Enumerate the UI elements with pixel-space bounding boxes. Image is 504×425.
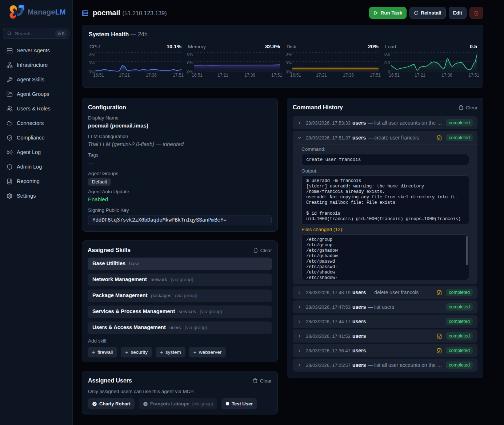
svg-text:40%: 40% [185, 61, 193, 65]
svg-text:17:51: 17:51 [370, 73, 381, 78]
svg-text:17:36: 17:36 [343, 73, 354, 78]
svg-text:20%: 20% [283, 61, 292, 65]
svg-text:17:36: 17:36 [244, 73, 255, 78]
svg-text:16:51: 16:51 [389, 73, 400, 78]
svg-text:80%: 80% [185, 52, 193, 56]
svg-text:17:21: 17:21 [316, 73, 327, 78]
svg-text:16:51: 16:51 [290, 73, 301, 78]
svg-text:0.6: 0.6 [384, 52, 390, 56]
svg-text:40%: 40% [86, 52, 95, 56]
svg-text:16:51: 16:51 [192, 73, 203, 78]
svg-text:17:36: 17:36 [146, 73, 157, 78]
svg-text:16:51: 16:51 [93, 73, 104, 78]
svg-text:17:36: 17:36 [441, 73, 452, 78]
svg-text:0.3: 0.3 [384, 61, 390, 65]
svg-text:17:21: 17:21 [119, 73, 130, 78]
svg-text:17:51: 17:51 [271, 73, 282, 78]
svg-text:17:21: 17:21 [217, 73, 228, 78]
svg-text:17:51: 17:51 [468, 73, 479, 78]
svg-text:17:21: 17:21 [415, 73, 425, 78]
svg-text:40%: 40% [283, 52, 292, 56]
svg-text:20%: 20% [86, 61, 95, 65]
svg-text:17:51: 17:51 [173, 73, 184, 78]
